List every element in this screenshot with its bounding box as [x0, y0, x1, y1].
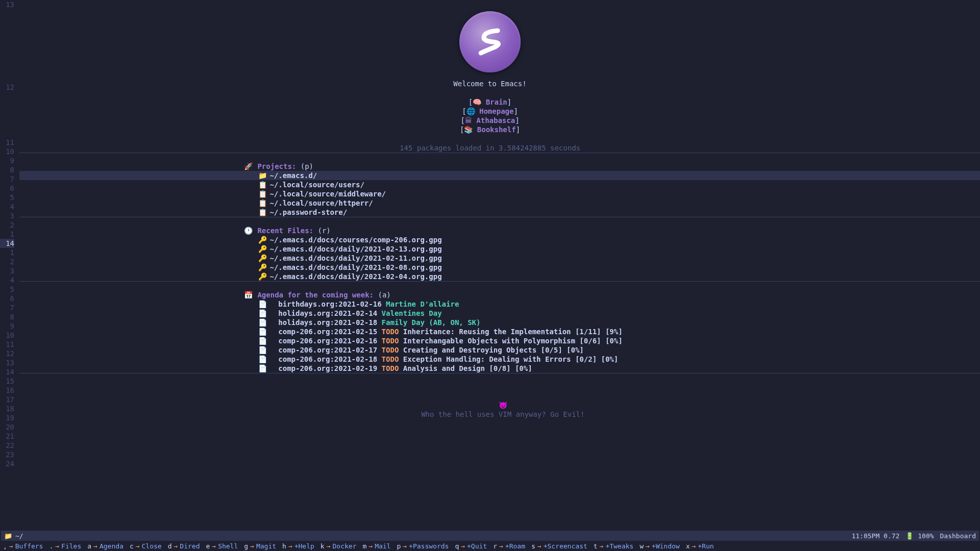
key-hint[interactable]: h: [282, 542, 286, 550]
section-heading: 📅 Agenda for the coming week: (a): [19, 290, 980, 299]
agenda-item[interactable]: 📄 comp-206.org:2021-02-19 TODO Analysis …: [19, 364, 980, 373]
modeline-mode: Dashboard: [940, 532, 976, 540]
key-label: +Roam: [505, 542, 525, 550]
key-hint[interactable]: a: [87, 542, 91, 550]
separator: [19, 281, 980, 290]
key-hint[interactable]: q: [455, 542, 459, 550]
list-item[interactable]: 📁 ~/.emacs.d/: [19, 171, 980, 180]
modeline-path: ~/: [15, 532, 23, 540]
dashboard-content: Welcome to Emacs! [🧠 Brain][🌐 Homepage][…: [17, 0, 980, 530]
arrow-icon: →: [93, 542, 97, 550]
nav-link[interactable]: [🌐 Homepage]: [0, 107, 980, 116]
agenda-item[interactable]: 📄 comp-206.org:2021-02-16 TODO Interchan…: [19, 336, 980, 345]
key-label: +Window: [652, 542, 680, 550]
arrow-icon: →: [499, 542, 503, 550]
list-item[interactable]: 🔑 ~/.emacs.d/docs/daily/2021-02-08.org.g…: [19, 263, 980, 272]
modeline-load: 0.72: [884, 532, 899, 540]
nav-link[interactable]: [🏛 Athabasca]: [0, 116, 980, 125]
key-label: +Run: [698, 542, 714, 550]
arrow-icon: →: [369, 542, 373, 550]
arrow-icon: →: [646, 542, 650, 550]
arrow-icon: →: [174, 542, 178, 550]
key-hint[interactable]: r: [493, 542, 497, 550]
logo-area: [0, 0, 980, 79]
key-hint[interactable]: t: [594, 542, 598, 550]
key-label: +Passwords: [409, 542, 449, 550]
separator: [19, 153, 980, 162]
list-item[interactable]: 🔑 ~/.emacs.d/docs/daily/2021-02-11.org.g…: [19, 254, 980, 263]
list-item[interactable]: 📋 ~/.local/source/httperr/: [19, 198, 980, 208]
evil-icon: 😈: [499, 401, 507, 409]
agenda-item[interactable]: 📄 holidays.org:2021-02-14 Valentines Day: [19, 309, 980, 318]
key-label: +Screencast: [544, 542, 587, 550]
modeline-battery: 100%: [918, 532, 934, 540]
arrow-icon: →: [55, 542, 59, 550]
list-item[interactable]: 📋 ~/.password-store/: [19, 208, 980, 217]
arrow-icon: →: [403, 542, 407, 550]
key-label: Dired: [180, 542, 200, 550]
key-hint[interactable]: c: [130, 542, 134, 550]
key-label: +Help: [295, 542, 314, 550]
key-hint[interactable]: k: [321, 542, 325, 550]
nav-link[interactable]: [🧠 Brain]: [0, 97, 980, 107]
key-label: Agenda: [100, 542, 124, 550]
key-hint[interactable]: d: [168, 542, 172, 550]
key-label: Mail: [375, 542, 390, 550]
key-label: Magit: [256, 542, 276, 550]
agenda-item[interactable]: 📄 comp-206.org:2021-02-18 TODO Exception…: [19, 355, 980, 364]
nav-link[interactable]: [📚 Bookshelf]: [0, 125, 980, 134]
key-label: Files: [61, 542, 81, 550]
agenda-item[interactable]: 📄 holidays.org:2021-02-18 Family Day (AB…: [19, 318, 980, 327]
key-hint[interactable]: x: [686, 542, 690, 550]
list-item[interactable]: 🔑 ~/.emacs.d/docs/daily/2021-02-04.org.g…: [19, 272, 980, 281]
key-label: Close: [142, 542, 162, 550]
key-hint[interactable]: s: [531, 542, 535, 550]
key-label: Shell: [218, 542, 238, 550]
section-heading: 🚀 Projects: (p): [19, 162, 980, 171]
list-item[interactable]: 🔑 ~/.emacs.d/docs/daily/2021-02-13.org.g…: [19, 244, 980, 254]
key-hint[interactable]: g: [244, 542, 248, 550]
key-label: +Quit: [467, 542, 487, 550]
battery-icon: 🔋: [905, 532, 914, 540]
arrow-icon: →: [600, 542, 604, 550]
which-key-bar: ,→Buffers.→Filesa→Agendac→Closed→Direde→…: [0, 541, 980, 551]
list-item[interactable]: 📋 ~/.local/source/middleware/: [19, 189, 980, 198]
arrow-icon: →: [461, 542, 465, 550]
list-item[interactable]: 🔑 ~/.emacs.d/docs/courses/comp-206.org.g…: [19, 235, 980, 244]
arrow-icon: →: [136, 542, 140, 550]
arrow-icon: →: [9, 542, 13, 550]
section-heading: 🕐 Recent Files: (r): [19, 226, 980, 235]
key-hint[interactable]: ,: [3, 542, 7, 550]
arrow-icon: →: [692, 542, 696, 550]
arrow-icon: →: [537, 542, 542, 550]
agenda-item[interactable]: 📄 birthdays.org:2021-02-16 Martine D'all…: [19, 299, 980, 309]
modeline: 📁 ~/ 11:05PM 0.72 🔋 100% Dashboard: [1, 531, 979, 541]
agenda-item[interactable]: 📄 comp-206.org:2021-02-17 TODO Creating …: [19, 345, 980, 355]
separator: [19, 217, 980, 226]
list-item[interactable]: 📋 ~/.local/source/users/: [19, 180, 980, 189]
folder-icon: 📁: [4, 532, 12, 540]
key-label: Docker: [333, 542, 357, 550]
key-hint[interactable]: p: [397, 542, 401, 550]
key-hint[interactable]: w: [640, 542, 644, 550]
emacs-logo-icon: [459, 11, 521, 72]
footer-message: 😈 Who the hell uses VIM anyway? Go Evil!: [0, 391, 980, 400]
arrow-icon: →: [288, 542, 292, 550]
key-hint[interactable]: e: [206, 542, 210, 550]
arrow-icon: →: [327, 542, 331, 550]
key-hint[interactable]: .: [49, 542, 53, 550]
packages-loaded: 145 packages loaded in 3.584242885 secon…: [0, 143, 980, 153]
key-label: +Tweaks: [605, 542, 633, 550]
arrow-icon: →: [212, 542, 216, 550]
modeline-time: 11:05PM: [851, 532, 879, 540]
arrow-icon: →: [250, 542, 254, 550]
agenda-item[interactable]: 📄 comp-206.org:2021-02-15 TODO Inheritan…: [19, 327, 980, 336]
welcome-text: Welcome to Emacs!: [0, 79, 980, 88]
key-label: Buffers: [15, 542, 43, 550]
separator: [19, 373, 980, 382]
key-hint[interactable]: m: [362, 542, 366, 550]
